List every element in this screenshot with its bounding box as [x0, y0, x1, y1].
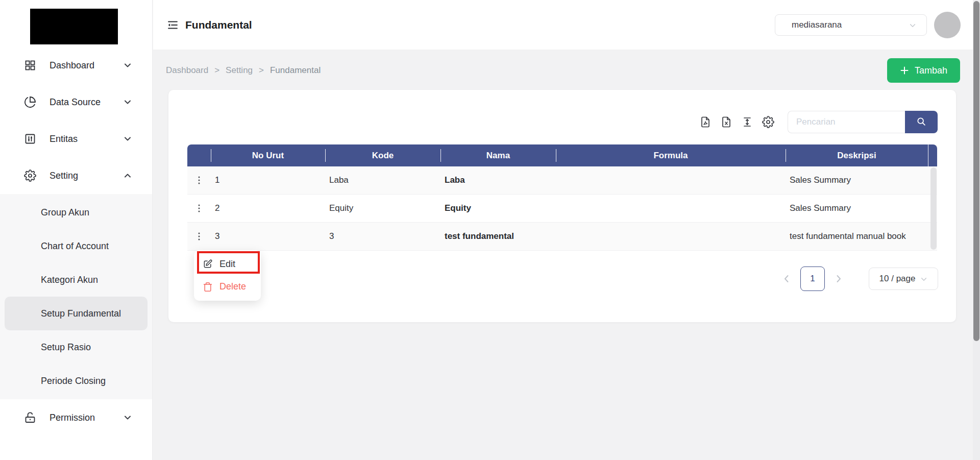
grid-icon [24, 59, 36, 71]
table-row: 2 Equity Equity Sales Summary [187, 195, 937, 223]
sidebar-subitem-label: Group Akun [41, 207, 89, 218]
app-logo [30, 9, 118, 44]
sidebar-item-group-akun[interactable]: Group Akun [0, 196, 152, 229]
top-bar-right: mediasarana [775, 0, 961, 50]
add-button-label: Tambah [915, 65, 947, 76]
sidebar-subitem-label: Setup Rasio [41, 342, 91, 353]
cell-no-urut: 3 [211, 223, 325, 250]
sidebar-item-dashboard[interactable]: Dashboard [0, 47, 152, 84]
search-group [788, 111, 938, 133]
sidebar: Dashboard Data Source Entitas [0, 0, 153, 460]
page-size-select[interactable]: 10 / page [869, 268, 938, 290]
sidebar-item-setup-rasio[interactable]: Setup Rasio [0, 330, 152, 364]
table-body: 1 Laba Laba Sales Summary 2 Equity E [187, 166, 937, 251]
table-toolbar [699, 111, 938, 133]
table-header-formula: Formula [556, 144, 786, 166]
export-excel-icon[interactable] [720, 116, 732, 128]
chevron-down-icon [124, 98, 132, 106]
cell-kode: 3 [325, 223, 440, 250]
sidebar-subitem-label: Chart of Account [41, 241, 109, 252]
chevron-down-icon [124, 414, 132, 422]
sidebar-subitem-label: Periode Closing [41, 376, 106, 386]
sidebar-item-chart-of-account[interactable]: Chart of Account [0, 229, 152, 263]
cell-deskripsi: Sales Summary [786, 195, 928, 222]
page-title: Fundamental [185, 19, 252, 31]
user-avatar[interactable] [934, 12, 961, 38]
table-header-actions [187, 144, 211, 166]
cell-deskripsi: Sales Summary [786, 166, 928, 194]
table-header-scroll-gutter [928, 144, 937, 166]
breadcrumb-separator: > [214, 65, 219, 76]
chevron-right-icon[interactable] [834, 274, 844, 284]
sidebar-item-entitas[interactable]: Entitas [0, 120, 152, 157]
chevron-down-icon [920, 275, 927, 282]
sidebar-item-setup-fundamental[interactable]: Setup Fundamental [5, 297, 148, 330]
sidebar-item-label: Setting [50, 171, 124, 181]
table-scrollbar-thumb[interactable] [930, 167, 937, 250]
page: Dashboard Data Source Entitas [0, 0, 980, 460]
column-height-icon[interactable] [741, 116, 753, 128]
table-settings-gear-icon[interactable] [762, 116, 774, 128]
sidebar-item-label: Data Source [50, 97, 124, 108]
table-header-no-urut: No Urut [211, 144, 325, 166]
sidebar-item-setting[interactable]: Setting [0, 157, 152, 194]
content-card: No Urut Kode Nama Formula Deskripsi 1 La… [168, 90, 956, 322]
organization-select[interactable]: mediasarana [775, 14, 927, 36]
kebab-menu-icon[interactable] [194, 203, 204, 213]
gear-icon [24, 170, 36, 182]
cell-nama: Equity [440, 195, 556, 222]
search-input[interactable] [788, 111, 905, 133]
kebab-menu-icon[interactable] [194, 175, 204, 185]
chevron-left-icon[interactable] [781, 274, 792, 284]
sidebar-nav: Dashboard Data Source Entitas [0, 47, 152, 436]
sidebar-item-permission[interactable]: Permission [0, 399, 152, 436]
page-size-value: 10 / page [879, 274, 916, 284]
sidebar-item-label: Permission [50, 413, 124, 423]
trash-icon [203, 282, 213, 292]
page-scrollbar-thumb[interactable] [973, 1, 979, 341]
sidebar-subitem-label: Setup Fundamental [41, 308, 121, 319]
sidebar-item-kategori-akun[interactable]: Kategori Akun [0, 263, 152, 297]
page-scrollbar[interactable] [973, 0, 980, 460]
chevron-up-icon [124, 172, 132, 180]
top-bar: Fundamental mediasarana [153, 0, 980, 50]
cell-kode: Equity [325, 195, 440, 222]
context-menu-edit[interactable]: Edit [194, 253, 261, 275]
table-header-deskripsi: Deskripsi [786, 144, 928, 166]
organization-select-value: mediasarana [792, 20, 842, 30]
cell-formula [556, 195, 786, 222]
cell-nama: test fundamental [440, 223, 556, 250]
cell-no-urut: 2 [211, 195, 325, 222]
cell-kode: Laba [325, 166, 440, 194]
pagination: 1 10 / page [781, 267, 938, 291]
table-header-kode: Kode [325, 144, 440, 166]
context-menu-delete-label: Delete [219, 281, 246, 292]
pagination-page-1[interactable]: 1 [800, 267, 825, 291]
fundamental-table: No Urut Kode Nama Formula Deskripsi 1 La… [187, 144, 937, 251]
breadcrumb-item-setting[interactable]: Setting [226, 65, 253, 76]
search-button[interactable] [905, 111, 938, 133]
breadcrumb-item-dashboard[interactable]: Dashboard [166, 65, 208, 76]
kebab-menu-icon[interactable] [194, 231, 204, 241]
sidebar-item-data-source[interactable]: Data Source [0, 84, 152, 120]
plus-icon [900, 66, 909, 75]
search-icon [916, 116, 927, 129]
add-button[interactable]: Tambah [887, 58, 960, 83]
table-header-nama: Nama [440, 144, 556, 166]
sidebar-submenu-setting: Group Akun Chart of Account Kategori Aku… [0, 194, 152, 399]
context-menu-delete[interactable]: Delete [194, 276, 261, 298]
breadcrumb-separator: > [259, 65, 264, 76]
table-header-row: No Urut Kode Nama Formula Deskripsi [187, 144, 937, 166]
cell-formula [556, 223, 786, 250]
cell-nama: Laba [440, 166, 556, 194]
breadcrumb: Dashboard > Setting > Fundamental [166, 65, 321, 76]
export-pdf-icon[interactable] [699, 116, 712, 128]
menu-fold-icon[interactable] [166, 19, 179, 31]
sliders-icon [24, 133, 36, 145]
cell-formula [556, 166, 786, 194]
cell-deskripsi: test fundamental manual book [786, 223, 928, 250]
row-context-menu: Edit Delete [194, 250, 261, 301]
sidebar-item-label: Entitas [50, 134, 124, 144]
sidebar-item-periode-closing[interactable]: Periode Closing [0, 364, 152, 398]
cell-no-urut: 1 [211, 166, 325, 194]
